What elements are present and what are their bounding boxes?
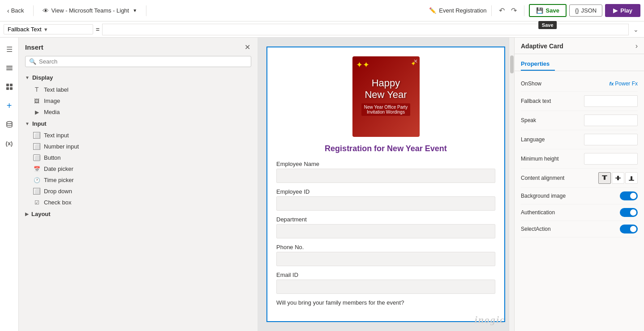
save-label: Save [546,7,559,14]
sidebar-item-time-picker[interactable]: 🕐 Time picker [22,174,254,186]
save-tooltip: Save [538,21,557,29]
panel-expand-button[interactable]: › [635,42,638,50]
sidebar-item-image[interactable]: 🖼 Image [22,95,254,106]
power-fx-button[interactable]: fx Power Fx [610,81,638,87]
email-label: Email ID [276,272,495,278]
min-height-value [580,153,638,165]
play-button[interactable]: ▶ Play [605,4,640,17]
data-icon [5,120,13,128]
align-center-button[interactable] [612,172,624,184]
search-box: 🔍 [25,56,251,67]
language-input[interactable] [584,134,638,145]
layers-icon-button[interactable] [1,60,17,76]
view-button[interactable]: 👁 View - Microsoft Teams - Light ▼ [39,5,141,16]
input-section-header[interactable]: ▼ Input [22,118,254,130]
layout-section-header[interactable]: ▶ Layout [22,208,254,220]
fx-icon: fx [610,81,614,86]
banner-close-icon[interactable]: ✕ [413,58,418,64]
save-button[interactable]: 💾 Save Save [529,4,567,17]
add-icon-button[interactable]: + [1,98,17,114]
watermark: inogic [475,314,505,326]
svg-rect-6 [10,87,13,90]
form-field-email: Email ID [276,272,495,294]
employee-name-input[interactable] [276,169,495,183]
sidebar-item-text-label[interactable]: T Text label [22,84,254,95]
prop-row-min-height: Minimum height [521,149,638,169]
prop-row-language: Language [521,130,638,149]
sidebar-item-number-input[interactable]: ⬜ Number input [22,141,254,152]
adaptive-card-canvas[interactable]: ✦✦ ✦ Happy New Year New Year Office Part… [266,47,505,322]
time-picker-icon: 🕐 [33,177,40,183]
tab-properties[interactable]: Properties [521,58,555,71]
json-label: JSON [581,7,597,14]
min-height-input[interactable] [584,153,638,165]
text-input-icon: ⬜ [33,132,40,139]
background-image-value [580,191,638,200]
data-icon-button[interactable] [1,116,17,132]
components-icon [5,83,13,91]
insert-panel: Insert ✕ 🔍 ▼ Display T Text label 🖼 Imag… [19,38,258,331]
onshow-value: fx Power Fx [580,81,638,87]
button-icon: ⬜ [33,154,40,161]
sidebar-item-check-box[interactable]: ☑ Check box [22,197,254,208]
background-image-toggle[interactable] [620,191,638,200]
speak-input[interactable] [584,115,638,126]
align-top-button[interactable] [598,172,611,184]
play-icon: ▶ [613,7,618,14]
components-icon-button[interactable] [1,79,17,95]
display-section-header[interactable]: ▼ Display [22,72,254,84]
banner-line2: New Year [365,89,407,101]
json-button[interactable]: {} JSON [569,4,602,17]
text-input-item-label: Text input [44,132,69,139]
separator-4 [524,5,524,16]
fallback-text-input[interactable] [584,95,638,107]
card-banner: ✦✦ ✦ Happy New Year New Year Office Part… [352,56,420,137]
canvas-area: ✦✦ ✦ Happy New Year New Year Office Part… [258,38,514,331]
insert-title: Insert [25,43,43,51]
search-input[interactable] [39,58,247,65]
number-input-item-label: Number input [44,143,79,150]
image-icon: 🖼 [33,98,40,104]
sidebar-item-media[interactable]: ▶ Media [22,106,254,118]
align-bottom-icon [628,175,635,181]
sidebar-item-text-input[interactable]: ⬜ Text input [22,130,254,141]
department-input[interactable] [276,224,495,238]
redo-button[interactable]: ↷ [508,4,519,17]
event-name-display: ✏️ Event Registration [429,7,486,14]
display-section-label: Display [32,74,53,81]
select-action-toggle[interactable] [620,225,638,233]
sidebar-icons: ☰ + (x) [0,38,19,331]
formula-select[interactable]: Fallback Text ▼ [4,24,93,34]
speak-value [580,115,638,126]
min-height-label: Minimum height [521,156,580,162]
sidebar-item-button[interactable]: ⬜ Button [22,152,254,163]
email-input[interactable] [276,280,495,294]
form-field-department: Department [276,216,495,238]
vertical-scrollbar[interactable] [509,38,514,331]
employee-id-input[interactable] [276,196,495,211]
formula-expand-icon[interactable]: ⌄ [631,26,640,33]
topbar-left: ‹ Back 👁 View - Microsoft Teams - Light … [4,5,425,16]
sidebar-item-date-picker[interactable]: 📅 Date picker [22,163,254,174]
separator-1 [33,5,34,16]
form-field-family: Will you bring your family members for t… [276,299,495,307]
prop-row-select-action: SelectAction [521,221,638,238]
topbar-right: ✏️ Event Registration ↶ ↷ 💾 Save Save {}… [429,4,640,17]
fallback-text-label: Fallback text [521,98,580,104]
authentication-toggle[interactable] [620,208,638,217]
language-label: Language [521,136,580,143]
authentication-value [580,208,638,217]
date-picker-icon: 📅 [33,166,40,172]
sidebar-item-drop-down[interactable]: ⬜ Drop down [22,186,254,197]
sidebar-toggle-button[interactable]: ☰ [1,41,17,57]
back-button[interactable]: ‹ Back [4,5,28,16]
phone-input[interactable] [276,252,495,266]
variables-icon-button[interactable]: (x) [1,135,17,151]
align-bottom-button[interactable] [625,172,638,184]
teams-icon: 👁 [43,7,49,14]
undo-button[interactable]: ↶ [496,4,507,17]
insert-close-button[interactable]: ✕ [244,42,251,52]
text-label-item-label: Text label [44,86,69,93]
media-icon: ▶ [33,109,40,115]
json-braces-icon: {} [575,7,579,14]
